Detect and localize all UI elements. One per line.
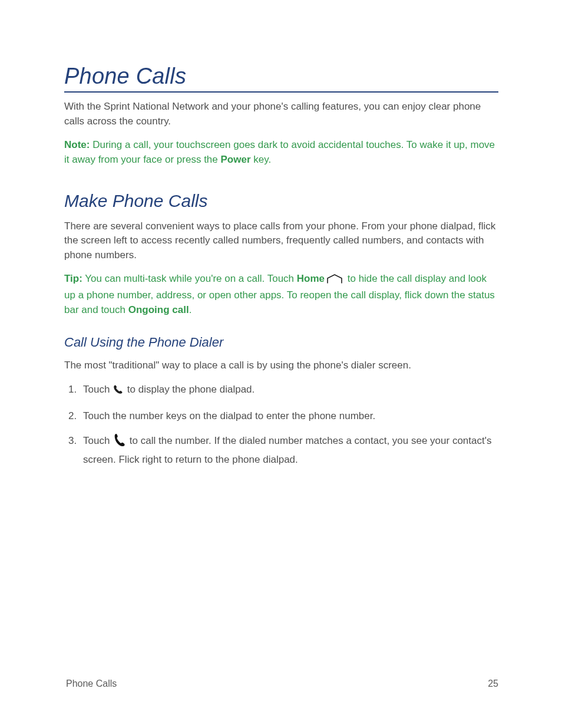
page-title: Phone Calls [64, 64, 498, 93]
home-icon [326, 274, 343, 288]
steps-list: Touch to display the phone dialpad. Touc… [64, 383, 498, 467]
phone-large-icon [113, 433, 125, 453]
footer-section-name: Phone Calls [66, 678, 117, 689]
note-text-2: key. [251, 154, 272, 165]
intro-paragraph: With the Sprint National Network and you… [64, 100, 498, 129]
step-2: Touch the number keys on the dialpad to … [80, 409, 498, 424]
note-text-1: During a call, your touchscreen goes dar… [64, 139, 495, 165]
tip-paragraph: Tip: You can multi-task while you're on … [64, 272, 498, 317]
note-label: Note: [64, 139, 90, 150]
phone-small-icon [113, 384, 123, 400]
footer-page-number: 25 [488, 678, 498, 689]
call-using-dialer-heading: Call Using the Phone Dialer [64, 335, 498, 350]
home-word: Home [297, 273, 325, 284]
ongoing-call-word: Ongoing call [128, 304, 189, 315]
step-1-post: to display the phone dialpad. [124, 384, 254, 395]
make-calls-intro: There are several convenient ways to pla… [64, 219, 498, 263]
step-3-post: to call the number. If the dialed number… [83, 435, 491, 465]
note-paragraph: Note: During a call, your touchscreen go… [64, 138, 498, 167]
tip-label: Tip: [64, 273, 82, 284]
step-3: Touch to call the number. If the dialed … [80, 433, 498, 467]
step-1-pre: Touch [83, 384, 113, 395]
step-3-pre: Touch [83, 435, 113, 446]
make-phone-calls-heading: Make Phone Calls [64, 191, 498, 211]
tip-text-3: . [189, 304, 192, 315]
page-footer: Phone Calls 25 [66, 678, 498, 689]
tip-text-1: You can multi-task while you're on a cal… [82, 273, 297, 284]
power-key-word: Power [221, 154, 251, 165]
dialer-intro: The most "traditional" way to place a ca… [64, 358, 498, 373]
step-1: Touch to display the phone dialpad. [80, 383, 498, 400]
